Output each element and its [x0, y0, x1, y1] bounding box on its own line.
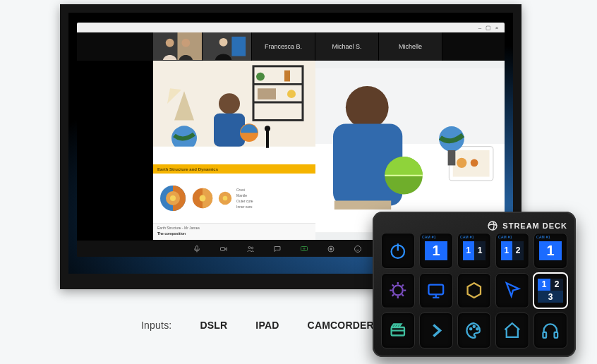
input-option[interactable]: IPAD: [255, 320, 279, 331]
window-minimize-button[interactable]: –: [476, 24, 483, 31]
participant-name[interactable]: Michael S.: [315, 32, 379, 61]
svg-point-35: [471, 159, 478, 167]
svg-point-38: [346, 86, 389, 129]
stream-deck-key-cam-split2[interactable]: CAM #111: [457, 233, 491, 269]
svg-point-49: [355, 245, 361, 252]
svg-point-3: [181, 39, 190, 47]
participant-thumbnail[interactable]: [153, 32, 203, 61]
inputs-label: Inputs:: [141, 320, 171, 331]
svg-point-11: [256, 73, 265, 81]
svg-rect-1: [153, 32, 177, 60]
stream-deck-key-cam-single[interactable]: CAM #11: [533, 233, 567, 269]
slide-footer: Earth Structure - Mr James The compositi…: [153, 223, 315, 240]
svg-rect-5: [231, 37, 246, 56]
svg-rect-63: [555, 332, 558, 338]
svg-rect-42: [196, 245, 198, 250]
slide-diagram: Crust Mantle Outer core Inner core: [153, 174, 315, 223]
svg-point-2: [166, 39, 174, 47]
svg-rect-62: [543, 332, 547, 338]
stream-deck-key-palette[interactable]: [457, 313, 491, 348]
svg-point-25: [170, 195, 176, 201]
svg-point-14: [287, 90, 296, 98]
stream-deck-key-headphones[interactable]: [533, 313, 567, 348]
svg-point-29: [223, 196, 228, 201]
svg-point-56: [393, 286, 403, 296]
slide-title: Earth Structure and Dynamics: [153, 164, 315, 174]
stream-deck-key-hex[interactable]: [457, 273, 491, 309]
svg-point-59: [470, 328, 471, 329]
svg-point-60: [474, 326, 475, 327]
stream-deck-key-power[interactable]: [381, 233, 415, 269]
input-option[interactable]: CAMCORDER: [308, 320, 374, 331]
window-maximize-button[interactable]: ▢: [485, 24, 492, 31]
svg-rect-12: [284, 71, 290, 82]
stream-deck-key-cam-split2[interactable]: CAM #112: [495, 233, 529, 269]
svg-rect-13: [258, 88, 276, 99]
record-icon[interactable]: [327, 245, 335, 253]
reactions-icon[interactable]: [354, 245, 362, 253]
shared-slide: Earth Structure and Dynamics: [153, 61, 315, 240]
chat-icon[interactable]: [273, 245, 282, 253]
svg-point-6: [219, 38, 228, 47]
svg-point-48: [330, 248, 332, 250]
window-titlebar: – ▢ ×: [77, 23, 505, 32]
svg-rect-21: [266, 130, 269, 148]
window-close-button[interactable]: ×: [493, 24, 500, 31]
stream-deck-key-film[interactable]: [381, 313, 415, 348]
svg-point-61: [476, 328, 478, 329]
stream-deck-key-cam-split3[interactable]: 123: [533, 273, 567, 309]
participant-name[interactable]: Michelle: [379, 32, 442, 61]
stream-deck-key-home[interactable]: [495, 313, 529, 348]
participant-name[interactable]: Francesca B.: [252, 32, 315, 61]
input-option[interactable]: DSLR: [200, 320, 227, 331]
video-icon[interactable]: [219, 245, 228, 253]
stream-deck: STREAM DECK CAM #11CAM #111CAM #112CAM #…: [373, 212, 576, 357]
stream-deck-key-chevron[interactable]: [419, 313, 453, 348]
stream-deck-key-monitor[interactable]: [419, 273, 453, 309]
svg-point-22: [265, 126, 270, 131]
svg-point-44: [248, 246, 251, 248]
svg-rect-41: [334, 200, 391, 210]
stream-deck-key-cursor[interactable]: [495, 273, 529, 309]
svg-point-45: [251, 247, 253, 249]
participants-icon[interactable]: [246, 245, 255, 253]
inputs-row: Inputs: DSLR IPAD CAMCORDER: [141, 320, 374, 331]
svg-point-18: [219, 93, 240, 114]
svg-point-27: [200, 195, 206, 202]
stream-deck-key-cam-single[interactable]: CAM #11: [419, 233, 453, 269]
svg-rect-19: [214, 114, 245, 147]
stream-deck-brand: STREAM DECK: [381, 219, 567, 233]
participants-bar: Francesca B. Michael S. Michelle: [77, 32, 505, 61]
svg-rect-37: [448, 150, 456, 165]
share-screen-icon[interactable]: [300, 245, 308, 253]
svg-point-53: [488, 222, 497, 230]
svg-rect-17: [153, 147, 315, 165]
brand-logo-icon: [487, 220, 498, 231]
participant-thumbnail[interactable]: [203, 32, 252, 61]
svg-rect-57: [429, 285, 444, 295]
svg-point-34: [457, 158, 466, 168]
stream-deck-key-scene[interactable]: [381, 273, 415, 309]
mic-icon[interactable]: [193, 245, 201, 253]
